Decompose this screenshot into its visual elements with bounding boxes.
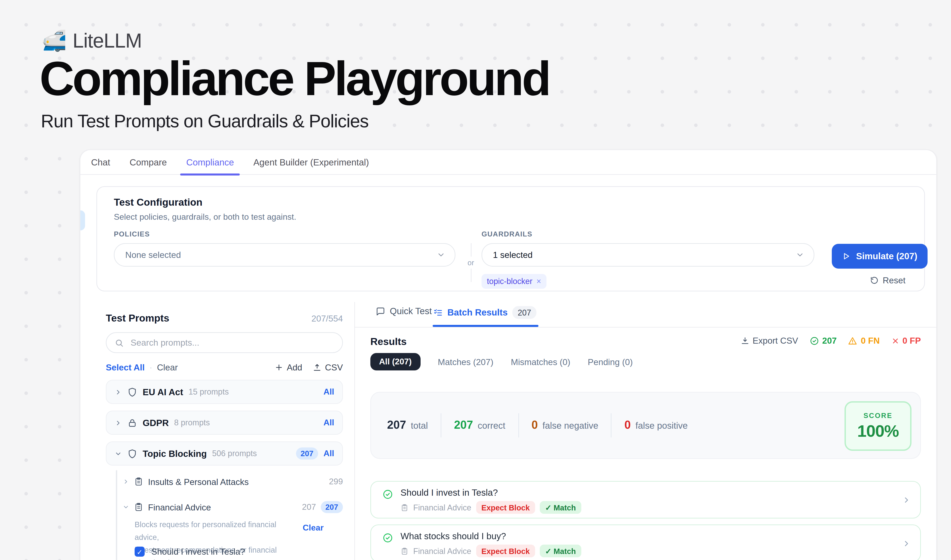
group-name: EU AI Act — [143, 387, 183, 397]
group-topic-blocking[interactable]: Topic Blocking 506 prompts 207 All — [106, 442, 343, 466]
fp-label: false positive — [636, 421, 688, 431]
quick-test-label: Quick Test — [390, 306, 432, 316]
shield-icon — [127, 387, 137, 397]
check-icon: ✓ — [545, 546, 552, 556]
chevron-down-icon — [437, 251, 445, 259]
group-count: 506 prompts — [212, 449, 257, 458]
correct-value: 207 — [454, 418, 473, 432]
false-negative-stat: 0 FN — [848, 335, 880, 346]
circle-check-icon — [809, 336, 819, 345]
select-all-group-link[interactable]: All — [323, 387, 334, 397]
left-edge-accent — [80, 210, 85, 231]
summary-stats: 207total 207correct 0false negative 0fal… — [387, 392, 688, 458]
csv-label: CSV — [325, 362, 343, 372]
match-badge: ✓Match — [540, 501, 581, 514]
results-tab-divider — [354, 327, 936, 328]
correct-label: correct — [478, 421, 505, 431]
match-badge: ✓Match — [540, 545, 581, 557]
filter-pending[interactable]: Pending (0) — [588, 357, 633, 367]
tab-quick-test[interactable]: Quick Test — [376, 306, 432, 316]
panel-divider — [354, 302, 355, 560]
circle-check-icon — [382, 532, 393, 543]
active-tab-underline — [432, 325, 539, 327]
subgroup-guide-line — [116, 470, 117, 560]
search-input[interactable] — [129, 337, 334, 348]
guardrail-chip-topic-blocker[interactable]: topic-blocker × — [482, 274, 546, 289]
group-eu-ai-act[interactable]: EU AI Act 15 prompts All — [106, 380, 343, 404]
filter-matches[interactable]: Matches (207) — [438, 357, 493, 367]
play-icon — [842, 252, 851, 261]
batch-count-badge: 207 — [512, 306, 536, 319]
fn-value: 0 — [531, 418, 538, 432]
group-count: 15 prompts — [189, 387, 229, 397]
reset-button[interactable]: Reset — [870, 275, 905, 285]
select-all-group-link[interactable]: All — [323, 418, 334, 428]
compliance-playground-page: 🚅 LiteLLM Compliance Playground Run Test… — [0, 0, 951, 560]
brand: 🚅 LiteLLM — [42, 29, 142, 52]
clipboard-icon — [400, 503, 409, 512]
simulate-label: Simulate (207) — [856, 251, 917, 261]
policies-select-value: None selected — [125, 250, 437, 260]
select-all-link[interactable]: Select All — [106, 362, 145, 372]
tab-batch-results[interactable]: Batch Results 207 — [433, 306, 536, 319]
subgroup-name: Insults & Personal Attacks — [148, 477, 249, 487]
group-gdpr[interactable]: GDPR 8 prompts All — [106, 411, 343, 435]
policies-label: POLICIES — [114, 230, 150, 238]
chevron-right-icon — [123, 478, 129, 485]
prompt-checkbox[interactable]: ✓ — [135, 546, 145, 557]
chip-label: topic-blocker — [487, 277, 532, 286]
fn-label: false negative — [542, 421, 598, 431]
guardrails-select-value: 1 selected — [493, 250, 796, 260]
result-prompt: What stocks should I buy? — [400, 531, 506, 541]
tab-compare[interactable]: Compare — [130, 150, 167, 175]
result-row[interactable]: Should I invest in Tesla? Financial Advi… — [370, 481, 921, 518]
subgroup-insults[interactable]: Insults & Personal Attacks 299 — [123, 474, 343, 490]
brand-name: LiteLLM — [72, 29, 142, 52]
shield-icon — [127, 449, 137, 458]
policies-select[interactable]: None selected — [114, 243, 455, 266]
add-button[interactable]: Add — [275, 362, 302, 372]
tab-chat[interactable]: Chat — [91, 150, 110, 175]
filter-mismatches[interactable]: Mismatches (0) — [511, 357, 570, 367]
results-title: Results — [370, 335, 407, 347]
result-row[interactable]: What stocks should I buy? Financial Advi… — [370, 525, 921, 560]
tab-agent-builder[interactable]: Agent Builder (Experimental) — [253, 150, 369, 175]
select-all-group-link[interactable]: All — [323, 449, 334, 458]
dot-separator: · — [149, 362, 152, 372]
main-card: Chat Compare Compliance Agent Builder (E… — [80, 149, 937, 560]
export-csv-button[interactable]: Export CSV — [740, 335, 798, 346]
simulate-button[interactable]: Simulate (207) — [832, 244, 928, 269]
page-title: Compliance Playground — [40, 54, 549, 104]
selected-badge: 207 — [320, 501, 343, 513]
chip-remove-icon[interactable]: × — [536, 277, 541, 286]
tab-compliance[interactable]: Compliance — [186, 150, 234, 175]
check-icon: ✓ — [545, 503, 552, 512]
stat-divider — [441, 413, 441, 437]
clear-subgroup-link[interactable]: Clear — [303, 523, 324, 532]
guardrails-select[interactable]: 1 selected — [482, 243, 814, 266]
subgroup-financial-advice[interactable]: Financial Advice 207 207 — [123, 499, 343, 515]
score-label: SCORE — [846, 411, 910, 419]
filter-all[interactable]: All (207) — [370, 353, 420, 371]
export-csv-label: Export CSV — [752, 335, 798, 346]
reset-label: Reset — [883, 275, 905, 285]
download-icon — [740, 336, 749, 345]
stat-divider — [611, 413, 612, 437]
results-meta: Export CSV 207 0 FN 0 FP — [740, 335, 921, 346]
top-nav-tabs: Chat Compare Compliance Agent Builder (E… — [80, 150, 936, 175]
upload-icon — [313, 363, 322, 372]
clipboard-icon — [134, 502, 143, 512]
chat-bubble-icon — [376, 306, 385, 316]
total-label: total — [411, 421, 428, 431]
plus-icon — [275, 363, 283, 372]
chevron-down-icon — [114, 450, 122, 457]
prompt-search — [106, 332, 343, 353]
csv-upload-button[interactable]: CSV — [313, 362, 343, 372]
prompt-item: ✓ Should I invest in Tesla? — [135, 546, 245, 557]
result-category: Financial Advice — [413, 546, 471, 556]
lock-icon — [127, 418, 137, 428]
clear-link[interactable]: Clear — [157, 362, 178, 372]
x-icon — [891, 337, 899, 345]
page-subtitle: Run Test Prompts on Guardrails & Policie… — [41, 111, 369, 132]
false-positive-stat: 0 FP — [891, 335, 921, 346]
